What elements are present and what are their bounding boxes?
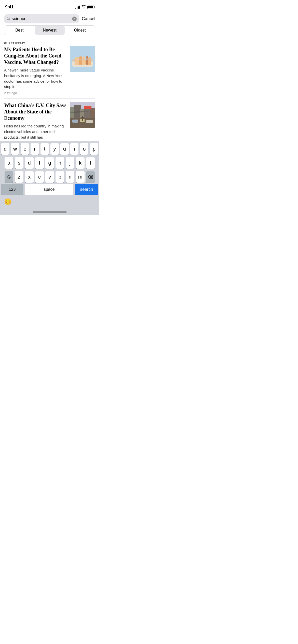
svg-point-8 — [82, 56, 85, 60]
key-numbers[interactable]: 123 — [1, 184, 23, 195]
clear-button[interactable]: ✕ — [72, 17, 77, 21]
key-o[interactable]: o — [80, 143, 88, 155]
article-category: GUEST ESSAY — [4, 42, 95, 45]
key-v[interactable]: v — [45, 171, 54, 183]
svg-rect-11 — [75, 60, 79, 65]
svg-point-29 — [82, 116, 84, 119]
article-description: A newer, more vague vaccine hesitancy is… — [4, 67, 67, 90]
key-f[interactable]: f — [35, 157, 44, 169]
status-icons — [75, 5, 94, 9]
svg-point-9 — [86, 56, 88, 59]
keyboard: q w e r t y u i o p a s d f g h j k l — [0, 141, 99, 215]
svg-rect-30 — [82, 118, 83, 121]
article-main: My Patients Used to Be Gung-Ho About the… — [4, 46, 95, 95]
key-y[interactable]: y — [50, 143, 59, 155]
svg-rect-24 — [72, 120, 78, 123]
key-l[interactable]: l — [86, 157, 95, 169]
key-d[interactable]: d — [25, 157, 34, 169]
key-j[interactable]: j — [66, 157, 74, 169]
svg-rect-19 — [74, 105, 81, 119]
list-item[interactable]: What China’s E.V. City Says About the St… — [4, 99, 95, 145]
key-z[interactable]: z — [15, 171, 23, 183]
svg-rect-22 — [90, 108, 95, 119]
article-timestamp: 29m ago — [4, 91, 67, 95]
list-item[interactable]: GUEST ESSAY My Patients Used to Be Gung-… — [4, 38, 95, 99]
status-bar: 9:41 — [0, 0, 99, 12]
signal-icon — [75, 6, 80, 9]
key-w[interactable]: w — [11, 143, 19, 155]
key-search[interactable]: search — [75, 184, 98, 195]
key-t[interactable]: t — [40, 143, 49, 155]
key-x[interactable]: x — [25, 171, 34, 183]
key-g[interactable]: g — [45, 157, 54, 169]
svg-rect-26 — [86, 120, 93, 123]
svg-rect-18 — [70, 107, 75, 119]
keyboard-row-3: z x c v b n m — [1, 171, 98, 183]
key-b[interactable]: b — [56, 171, 64, 183]
svg-line-2 — [9, 19, 10, 20]
svg-point-0 — [83, 8, 84, 8]
keyboard-row-2: a s d f g h j k l — [1, 157, 98, 169]
search-input-wrapper[interactable]: ✕ — [4, 14, 79, 23]
keyboard-bottom-row: 123 space search — [0, 184, 99, 197]
tab-oldest[interactable]: Oldest — [65, 26, 95, 35]
key-m[interactable]: m — [76, 171, 85, 183]
home-indicator — [33, 211, 67, 213]
svg-point-6 — [75, 57, 79, 60]
shift-key[interactable] — [5, 171, 13, 183]
battery-icon — [87, 6, 94, 9]
article-text: What China’s E.V. City Says About the St… — [4, 102, 67, 141]
key-q[interactable]: q — [1, 143, 9, 155]
search-icon — [7, 17, 10, 21]
article-description: Hefei has led the country in making elec… — [4, 123, 67, 140]
article-title: My Patients Used to Be Gung-Ho About the… — [4, 46, 67, 65]
article-image — [70, 46, 95, 72]
cancel-button[interactable]: Cancel — [82, 16, 95, 21]
article-image — [70, 102, 95, 128]
key-r[interactable]: r — [31, 143, 39, 155]
key-n[interactable]: n — [66, 171, 74, 183]
key-p[interactable]: p — [90, 143, 98, 155]
article-title: What China’s E.V. City Says About the St… — [4, 102, 67, 121]
article-main: What China’s E.V. City Says About the St… — [4, 102, 95, 141]
tab-best[interactable]: Best — [4, 26, 35, 35]
svg-rect-28 — [84, 106, 91, 109]
key-space[interactable]: space — [25, 184, 73, 195]
search-bar-container: ✕ Cancel — [0, 12, 99, 25]
svg-rect-12 — [79, 60, 82, 65]
sort-tabs: Best Newest Oldest — [4, 25, 95, 35]
backspace-key[interactable] — [86, 171, 95, 183]
key-k[interactable]: k — [76, 157, 85, 169]
key-e[interactable]: e — [21, 143, 29, 155]
key-h[interactable]: h — [56, 157, 64, 169]
key-a[interactable]: a — [5, 157, 13, 169]
emoji-key[interactable]: 😊 — [4, 198, 12, 205]
wifi-icon — [82, 5, 86, 9]
key-u[interactable]: u — [60, 143, 69, 155]
key-i[interactable]: i — [70, 143, 79, 155]
svg-rect-13 — [82, 60, 86, 65]
keyboard-accessory: 😊 — [0, 197, 99, 211]
tab-newest[interactable]: Newest — [35, 26, 65, 35]
key-c[interactable]: c — [35, 171, 44, 183]
key-s[interactable]: s — [15, 157, 23, 169]
article-text: My Patients Used to Be Gung-Ho About the… — [4, 46, 67, 95]
keyboard-rows: q w e r t y u i o p a s d f g h j k l — [0, 141, 99, 184]
search-input[interactable] — [12, 16, 71, 21]
keyboard-row-1: q w e r t y u i o p — [1, 143, 98, 155]
svg-point-10 — [88, 57, 91, 60]
status-time: 9:41 — [5, 5, 13, 10]
svg-rect-15 — [88, 60, 91, 65]
articles-container: GUEST ESSAY My Patients Used to Be Gung-… — [0, 38, 99, 145]
svg-point-7 — [79, 56, 82, 59]
